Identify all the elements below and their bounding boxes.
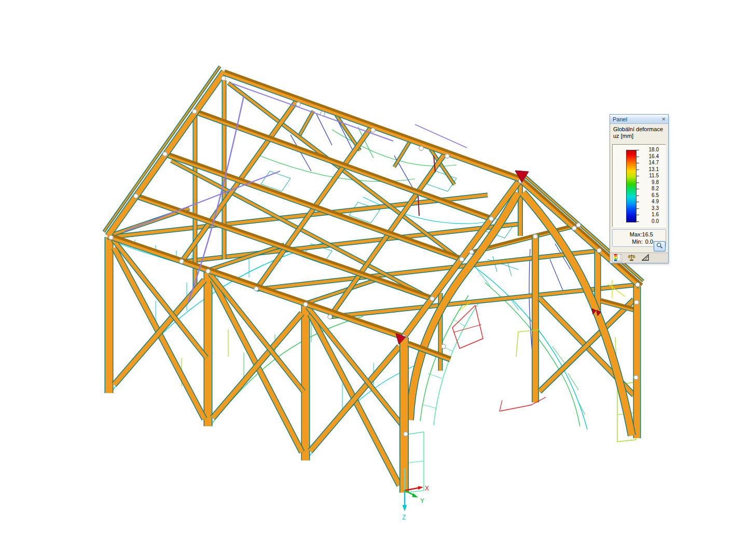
deformation-line <box>469 263 587 429</box>
node[interactable] <box>254 287 258 291</box>
deformation-line <box>500 400 502 411</box>
legend-tick: 18.0 <box>635 148 660 153</box>
legend-tick: 14.7 <box>635 161 660 166</box>
axis-triad: XYZ <box>402 485 429 521</box>
node[interactable] <box>597 248 601 253</box>
node[interactable] <box>634 300 639 304</box>
legend-tick: 8.2 <box>635 187 660 192</box>
panel-tab-color-scale[interactable] <box>613 254 622 262</box>
node[interactable] <box>371 128 375 132</box>
node[interactable] <box>469 250 474 254</box>
legend-tick: 4.9 <box>635 200 660 205</box>
color-scale-icon <box>614 254 620 262</box>
y-axis-label: Y <box>420 497 424 505</box>
legend-tick-label: 16.4 <box>640 153 659 159</box>
legend-tick: 1.6 <box>635 213 660 218</box>
legend-tick: 11.5 <box>635 174 660 179</box>
node[interactable] <box>404 432 408 436</box>
legend-tick: 0.0 <box>635 219 660 225</box>
legend-tick-label: 1.6 <box>640 212 659 217</box>
z-axis-arrow <box>403 505 407 511</box>
legend-title: Globální deformace <box>613 126 665 133</box>
legend-tick: 3.3 <box>635 206 660 212</box>
node[interactable] <box>572 226 576 230</box>
node[interactable] <box>303 302 308 306</box>
panel-window[interactable]: Panel × Globální deformace uz [mm] 18.01… <box>610 114 669 263</box>
magnifier-icon <box>656 242 663 250</box>
beam-top-face <box>165 152 462 258</box>
panel-titlebar[interactable]: Panel × <box>610 115 668 124</box>
legend-tick: 13.1 <box>635 167 660 173</box>
legend-tick-label: 11.5 <box>640 173 659 178</box>
legend-tick-label: 3.3 <box>640 205 659 211</box>
legend-box: 18.016.414.713.111.59.88.26.54.93.31.60.… <box>612 144 666 227</box>
beam-member[interactable] <box>394 142 410 167</box>
beam-member[interactable] <box>224 73 521 179</box>
beam-top-face <box>225 71 521 178</box>
node[interactable] <box>109 235 113 240</box>
legend-tick-label: 18.0 <box>640 147 659 152</box>
node[interactable] <box>460 257 464 261</box>
deformation-line <box>418 196 419 216</box>
legend-tick: 6.5 <box>635 193 660 199</box>
deformation-line <box>550 259 563 290</box>
node[interactable] <box>206 269 210 273</box>
beam-member[interactable] <box>213 313 302 418</box>
node[interactable] <box>441 344 446 348</box>
node[interactable] <box>296 102 300 106</box>
legend-caption: Globální deformace uz [mm] <box>610 124 668 139</box>
node[interactable] <box>222 76 226 80</box>
node[interactable] <box>192 109 197 114</box>
legend-tick-label: 6.5 <box>640 192 659 198</box>
legend-tick: 9.8 <box>635 180 660 186</box>
min-label: Min: <box>613 238 643 245</box>
node[interactable] <box>489 217 493 221</box>
legend-tick-label: 8.2 <box>640 186 659 191</box>
legend-tick-label: 13.1 <box>640 166 659 172</box>
node[interactable] <box>134 194 138 198</box>
viewport-3d[interactable]: XYZ Panel × Globální deformace uz [mm] 1… <box>0 0 747 560</box>
panel-zoom-button[interactable] <box>654 241 666 251</box>
node[interactable] <box>576 223 580 227</box>
node[interactable] <box>445 154 449 158</box>
beam-member[interactable] <box>165 154 462 259</box>
x-axis-label: X <box>425 485 429 492</box>
panel-tab-angle[interactable] <box>641 254 650 262</box>
node[interactable] <box>635 283 640 287</box>
deformation-line <box>428 373 442 379</box>
node[interactable] <box>321 111 325 116</box>
node[interactable] <box>179 259 184 263</box>
angle-protractor-icon <box>642 254 649 262</box>
y-axis-arrow <box>412 493 419 498</box>
panel-close-button[interactable]: × <box>661 116 666 122</box>
node[interactable] <box>163 152 167 156</box>
deformation-line <box>453 325 481 332</box>
deformation-line <box>423 404 437 409</box>
node[interactable] <box>419 146 423 150</box>
node[interactable] <box>430 297 434 301</box>
panel-title: Panel <box>613 116 661 122</box>
max-value: 16.5 <box>642 231 666 238</box>
node[interactable] <box>328 315 332 319</box>
panel-tab-strip <box>610 253 668 263</box>
node[interactable] <box>634 375 638 380</box>
legend-tick-label: 14.7 <box>640 160 659 165</box>
panel-tab-balance[interactable] <box>627 254 636 262</box>
model-3d-svg[interactable]: XYZ <box>0 0 747 560</box>
beam-member[interactable] <box>299 111 313 136</box>
node[interactable] <box>533 234 537 239</box>
legend-tick-label: 9.8 <box>640 179 659 185</box>
deformation-line <box>406 461 424 463</box>
balance-scale-icon <box>628 254 635 262</box>
beam-member[interactable] <box>136 196 432 299</box>
legend-gradient-bar <box>626 150 637 222</box>
deformation-line <box>578 402 585 415</box>
deformation-line <box>507 261 511 276</box>
x-axis-arrow <box>418 486 423 490</box>
max-label: Max: <box>613 231 642 238</box>
legend-tick-label: 4.9 <box>640 199 659 204</box>
z-axis-label: Z <box>402 514 406 521</box>
beam-member[interactable] <box>308 307 402 425</box>
legend-tick: 16.4 <box>635 155 660 160</box>
legend-subtitle: uz [mm] <box>613 133 665 139</box>
